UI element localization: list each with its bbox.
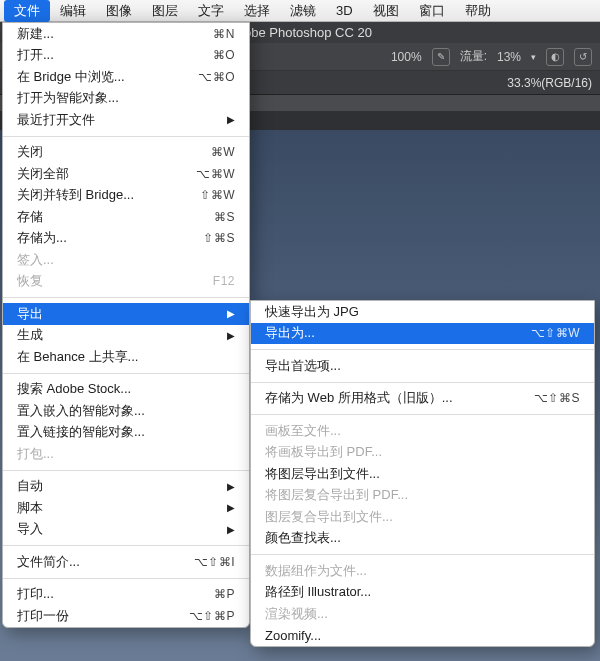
file-menu-item-0[interactable]: 新建...⌘N [3, 23, 249, 45]
menu-item-label: 导出为... [265, 324, 531, 342]
export-submenu-item-1[interactable]: 导出为...⌥⇧⌘W [251, 323, 594, 345]
menu-item-label: 最近打开文件 [17, 111, 221, 129]
file-menu-separator [3, 373, 249, 374]
menu-item-shortcut: ⌘W [211, 145, 235, 159]
menu-item-label: 打印一份 [17, 607, 189, 625]
system-menubar: 文件编辑图像图层文字选择滤镜3D视图窗口帮助 [0, 0, 600, 22]
file-menu: 新建...⌘N打开...⌘O在 Bridge 中浏览...⌥⌘O打开为智能对象.… [2, 22, 250, 628]
export-submenu-item-5[interactable]: 存储为 Web 所用格式（旧版）...⌥⇧⌘S [251, 388, 594, 410]
menu-item-label: 快速导出为 JPG [265, 303, 580, 321]
menubar-item-图层[interactable]: 图层 [142, 0, 188, 22]
export-submenu-item-12[interactable]: 颜色查找表... [251, 528, 594, 550]
menu-item-label: 新建... [17, 25, 213, 43]
file-menu-item-29[interactable]: 打印...⌘P [3, 584, 249, 606]
menu-item-label: 图层复合导出到文件... [265, 508, 580, 526]
export-submenu-separator [251, 349, 594, 350]
menu-item-shortcut: ⌘P [214, 587, 235, 601]
menu-item-label: 恢复 [17, 272, 213, 290]
menu-item-label: 在 Behance 上共享... [17, 348, 235, 366]
file-menu-item-14[interactable]: 导出▶ [3, 303, 249, 325]
file-menu-item-9[interactable]: 存储⌘S [3, 206, 249, 228]
menu-item-shortcut: ⌘S [214, 210, 235, 224]
file-menu-item-24[interactable]: 脚本▶ [3, 497, 249, 519]
submenu-arrow-icon: ▶ [227, 524, 235, 535]
export-submenu-separator [251, 382, 594, 383]
document-tab-label: 33.3%(RGB/16) [507, 76, 592, 90]
file-menu-item-16[interactable]: 在 Behance 上共享... [3, 346, 249, 368]
file-menu-item-23[interactable]: 自动▶ [3, 476, 249, 498]
flow-label: 流量: [460, 48, 487, 65]
file-menu-item-27[interactable]: 文件简介...⌥⇧⌘I [3, 551, 249, 573]
file-menu-item-25[interactable]: 导入▶ [3, 519, 249, 541]
menu-item-label: 搜索 Adobe Stock... [17, 380, 235, 398]
file-menu-separator [3, 578, 249, 579]
menu-item-shortcut: ⌥⇧⌘P [189, 609, 235, 623]
menu-item-label: 打印... [17, 585, 214, 603]
menu-item-label: 在 Bridge 中浏览... [17, 68, 198, 86]
menubar-item-选择[interactable]: 选择 [234, 0, 280, 22]
file-menu-separator [3, 545, 249, 546]
file-menu-item-12: 恢复F12 [3, 271, 249, 293]
file-menu-item-15[interactable]: 生成▶ [3, 325, 249, 347]
export-submenu-item-3[interactable]: 导出首选项... [251, 355, 594, 377]
pressure-icon[interactable]: ◐ [546, 48, 564, 66]
menu-item-shortcut: ⌥⌘O [198, 70, 235, 84]
menu-item-label: 颜色查找表... [265, 529, 580, 547]
menubar-item-编辑[interactable]: 编辑 [50, 0, 96, 22]
file-menu-item-2[interactable]: 在 Bridge 中浏览...⌥⌘O [3, 66, 249, 88]
history-icon[interactable]: ↺ [574, 48, 592, 66]
file-menu-item-10[interactable]: 存储为...⇧⌘S [3, 228, 249, 250]
menubar-item-图像[interactable]: 图像 [96, 0, 142, 22]
menu-item-label: 将画板导出到 PDF... [265, 443, 580, 461]
menu-item-label: 文件简介... [17, 553, 194, 571]
menu-item-label: 存储为... [17, 229, 203, 247]
export-submenu-item-15[interactable]: 路径到 Illustrator... [251, 582, 594, 604]
file-menu-item-19[interactable]: 置入嵌入的智能对象... [3, 400, 249, 422]
menu-item-shortcut: ⌥⇧⌘S [534, 391, 580, 405]
zoom-value[interactable]: 100% [391, 50, 422, 64]
menubar-item-滤镜[interactable]: 滤镜 [280, 0, 326, 22]
export-submenu-item-17[interactable]: Zoomify... [251, 625, 594, 647]
export-submenu-item-0[interactable]: 快速导出为 JPG [251, 301, 594, 323]
export-submenu-item-8: 将画板导出到 PDF... [251, 442, 594, 464]
file-menu-item-18[interactable]: 搜索 Adobe Stock... [3, 379, 249, 401]
menu-item-label: Zoomify... [265, 628, 580, 643]
export-submenu-item-16: 渲染视频... [251, 603, 594, 625]
menubar-item-帮助[interactable]: 帮助 [455, 0, 501, 22]
chevron-down-icon[interactable]: ▾ [531, 52, 536, 62]
export-submenu-item-10: 将图层复合导出到 PDF... [251, 485, 594, 507]
flow-value[interactable]: 13% [497, 50, 521, 64]
menubar-item-文字[interactable]: 文字 [188, 0, 234, 22]
submenu-arrow-icon: ▶ [227, 330, 235, 341]
file-menu-item-3[interactable]: 打开为智能对象... [3, 88, 249, 110]
menubar-item-视图[interactable]: 视图 [363, 0, 409, 22]
menu-item-label: 关闭全部 [17, 165, 196, 183]
menu-item-label: 关闭并转到 Bridge... [17, 186, 200, 204]
menu-item-label: 数据组作为文件... [265, 562, 580, 580]
file-menu-item-30[interactable]: 打印一份⌥⇧⌘P [3, 605, 249, 627]
menubar-item-3D[interactable]: 3D [326, 1, 363, 20]
file-menu-item-8[interactable]: 关闭并转到 Bridge...⇧⌘W [3, 185, 249, 207]
airbrush-icon[interactable]: ✎ [432, 48, 450, 66]
submenu-arrow-icon: ▶ [227, 308, 235, 319]
menu-item-label: 打开为智能对象... [17, 89, 235, 107]
file-menu-item-6[interactable]: 关闭⌘W [3, 142, 249, 164]
menu-item-label: 置入链接的智能对象... [17, 423, 235, 441]
menu-item-label: 存储 [17, 208, 214, 226]
menu-item-label: 导出首选项... [265, 357, 580, 375]
file-menu-item-7[interactable]: 关闭全部⌥⌘W [3, 163, 249, 185]
file-menu-item-21: 打包... [3, 443, 249, 465]
menubar-item-窗口[interactable]: 窗口 [409, 0, 455, 22]
menubar-item-文件[interactable]: 文件 [4, 0, 50, 22]
file-menu-item-20[interactable]: 置入链接的智能对象... [3, 422, 249, 444]
export-submenu-item-14: 数据组作为文件... [251, 560, 594, 582]
file-menu-item-1[interactable]: 打开...⌘O [3, 45, 249, 67]
file-menu-item-11: 签入... [3, 249, 249, 271]
export-submenu-item-9[interactable]: 将图层导出到文件... [251, 463, 594, 485]
submenu-arrow-icon: ▶ [227, 481, 235, 492]
menu-item-label: 导出 [17, 305, 221, 323]
file-menu-item-4[interactable]: 最近打开文件▶ [3, 109, 249, 131]
menu-item-label: 路径到 Illustrator... [265, 583, 580, 601]
menu-item-shortcut: ⇧⌘S [203, 231, 235, 245]
menu-item-label: 关闭 [17, 143, 211, 161]
